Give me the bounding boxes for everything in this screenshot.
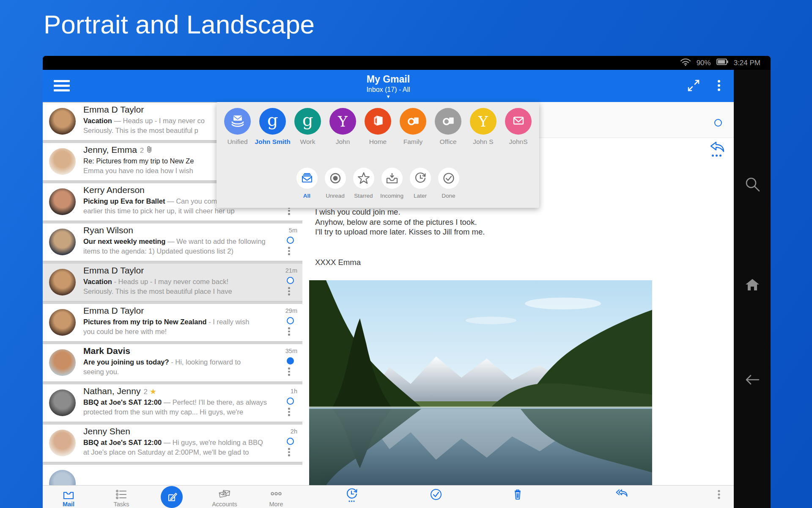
toolbar-overflow-button[interactable]: [700, 486, 738, 508]
account-item-john-s[interactable]: YJohn S: [466, 108, 501, 146]
subject-preview-line: Our next weekly meeting — We want to add…: [83, 237, 284, 246]
toolbar-snooze-button[interactable]: [333, 486, 371, 508]
sender-name: Jenny, Emma2: [83, 145, 152, 155]
row-overflow-dots-icon[interactable]: [288, 367, 290, 376]
search-icon[interactable]: [744, 176, 761, 193]
account-item-work[interactable]: gWork: [290, 108, 325, 146]
toolbar-tasks-tab[interactable]: Tasks: [102, 486, 140, 508]
account-item-home[interactable]: Home: [360, 108, 395, 146]
more-icon: [269, 488, 283, 501]
overflow-menu-icon[interactable]: [712, 78, 726, 93]
folder-caret-icon[interactable]: ▼: [43, 94, 734, 99]
filter-item-unread[interactable]: Unread: [321, 168, 349, 199]
app-screen: My Gmail Inbox (17) - All ▼ Emma D Taylo…: [43, 70, 771, 508]
filter-label: Starred: [354, 193, 373, 199]
trash-icon: [511, 488, 524, 501]
subject-preview-line: BBQ at Joe's SAT 12:00 — Hi guys, we're …: [83, 439, 284, 447]
mail-list-row[interactable]: Mark DavisAre you joining us today? - Hi…: [43, 344, 302, 382]
all-filter-icon: [296, 168, 318, 189]
back-icon[interactable]: [744, 371, 761, 388]
filter-item-starred[interactable]: Starred: [349, 168, 378, 199]
tasks-icon: [115, 488, 128, 501]
thread-count: 2: [143, 388, 147, 396]
filter-label: Unread: [326, 193, 344, 199]
reply-options-dots-icon[interactable]: [712, 155, 721, 157]
email-photo[interactable]: [309, 280, 652, 485]
mail-list-row[interactable]: Emma D TaylorPictures from my trip to Ne…: [43, 304, 302, 342]
row-overflow-dots-icon[interactable]: [288, 448, 290, 456]
account-avatar: Y: [470, 108, 497, 135]
account-item-john-smith[interactable]: gJohn Smith: [255, 108, 290, 146]
row-overflow-dots-icon[interactable]: [288, 327, 290, 336]
read-state-icon[interactable]: [287, 398, 294, 405]
filter-item-incoming[interactable]: Incoming: [378, 168, 406, 199]
account-item-john[interactable]: YJohn: [325, 108, 360, 146]
read-state-icon[interactable]: [287, 317, 294, 324]
toolbar-trash-button[interactable]: [499, 486, 537, 508]
row-overflow-dots-icon[interactable]: [288, 287, 290, 295]
toolbar-reply-all-button[interactable]: [603, 486, 641, 508]
star-filter-icon: [353, 168, 374, 189]
folder-subtitle[interactable]: Inbox (17) - All: [43, 86, 734, 94]
unified-icon: [229, 112, 246, 131]
clock-text: 3:24 PM: [734, 59, 760, 67]
compose-button[interactable]: [161, 486, 183, 508]
subject-preview-line: Are you joining us today? - Hi, looking …: [83, 358, 284, 366]
tablet-frame: 90% 3:24 PM My Gmail Inbox (17) - A: [43, 56, 771, 508]
message-time: 35m: [285, 348, 297, 354]
outlook-icon: [441, 113, 455, 130]
preview-line-2: seeing you.: [83, 368, 284, 376]
account-item-office[interactable]: Office: [431, 108, 466, 146]
sender-name: Ryan Wilson: [83, 225, 133, 235]
filter-item-later[interactable]: Later: [406, 168, 434, 199]
read-state-icon[interactable]: [287, 438, 294, 445]
filter-item-done[interactable]: Done: [434, 168, 463, 199]
account-item-family[interactable]: Family: [395, 108, 431, 146]
account-avatar: g: [294, 108, 321, 135]
bottom-toolbar: MailTasksAccountsMore: [43, 485, 734, 508]
toolbar-accounts-tab[interactable]: Accounts: [206, 486, 244, 508]
home-icon[interactable]: [744, 276, 761, 293]
read-state-icon[interactable]: [287, 277, 294, 284]
account-row: UnifiedgJohn SmithgWorkYJohnHomeFamilyOf…: [220, 108, 536, 146]
preview-line-2: protected from the sun with my cap... Hi…: [83, 408, 284, 416]
account-switcher-panel: UnifiedgJohn SmithgWorkYJohnHomeFamilyOf…: [217, 102, 539, 208]
message-time: 21m: [285, 267, 297, 274]
filter-label: Incoming: [380, 193, 403, 199]
message-time: 29m: [285, 307, 297, 314]
expand-icon[interactable]: [686, 78, 701, 93]
toolbar-mail-tab[interactable]: Mail: [49, 486, 88, 508]
mail-list-row[interactable]: [43, 465, 302, 486]
sender-name: Emma D Taylor: [83, 306, 144, 316]
toolbar-compose-button[interactable]: [153, 486, 191, 508]
google-glyph-icon: g: [267, 110, 278, 130]
preview-line-2: earlier this time to pick her up, it wil…: [83, 207, 284, 215]
row-overflow-dots-icon[interactable]: [288, 408, 290, 416]
toolbar-mark-done-button[interactable]: [417, 486, 455, 508]
reply-icon[interactable]: [709, 141, 725, 154]
sender-name: Emma D Taylor: [83, 265, 144, 276]
filter-label: All: [303, 193, 310, 199]
read-state-icon[interactable]: [287, 237, 294, 244]
toolbar-label: Accounts: [212, 501, 237, 508]
mail-list-row[interactable]: Nathan, Jenny2★BBQ at Joe's SAT 12:00 — …: [43, 384, 302, 422]
filter-row: AllUnreadStarredIncomingLaterDone: [293, 168, 463, 199]
outlook-icon: [406, 113, 420, 130]
preview-line-2: items to the agenda: 1) Updated question…: [83, 247, 284, 255]
subject-preview-line: BBQ at Joe's SAT 12:00 — Perfect! I'll b…: [83, 398, 284, 406]
read-state-icon[interactable]: [287, 357, 294, 364]
unread-toggle-icon[interactable]: [714, 119, 722, 127]
account-item-johns[interactable]: JohnS: [501, 108, 536, 146]
mail-list-row[interactable]: Emma D TaylorVacation - Heads up - I may…: [43, 264, 302, 301]
mail-list-row[interactable]: Jenny ShenBBQ at Joe's SAT 12:00 — Hi gu…: [43, 425, 302, 462]
account-avatar: Y: [329, 108, 356, 135]
google-glyph-icon: g: [302, 110, 313, 130]
account-item-unified[interactable]: Unified: [220, 108, 255, 146]
toolbar-more-tab[interactable]: More: [257, 486, 295, 508]
row-overflow-dots-icon[interactable]: [288, 247, 290, 255]
filter-item-all[interactable]: All: [293, 168, 321, 199]
mail-list-row[interactable]: Ryan WilsonOur next weekly meeting — We …: [43, 224, 302, 261]
account-avatar: [224, 108, 251, 135]
status-bar: 90% 3:24 PM: [43, 56, 771, 70]
account-title[interactable]: My Gmail: [43, 74, 734, 85]
